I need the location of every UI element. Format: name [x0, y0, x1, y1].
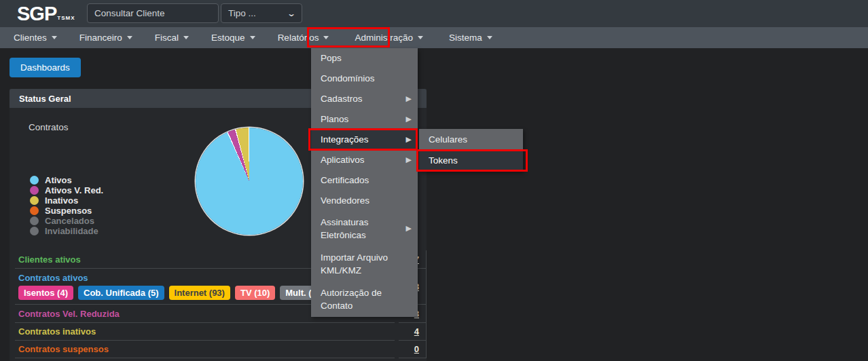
chevron-down-icon	[323, 36, 329, 39]
menu-item-label: Integrações	[321, 134, 369, 145]
status-row-value-cell: 4	[399, 323, 426, 341]
badge-internet-93[interactable]: Internet (93)	[169, 286, 230, 300]
legend-label: Suspensos	[45, 206, 92, 216]
legend-item-inviabilidade[interactable]: Inviabilidade	[30, 226, 103, 236]
chevron-down-icon	[418, 36, 423, 39]
dashboards-button[interactable]: Dashboards	[10, 58, 81, 77]
top-header-bar: SGP TSMX Tipo ... ⌄	[0, 0, 868, 27]
legend-label: Cancelados	[45, 216, 94, 226]
menu-item-celulares[interactable]: Celulares	[419, 129, 523, 150]
status-row-label-cell: Contratos inativos	[15, 323, 395, 341]
legend-label: Ativos	[45, 175, 72, 185]
legend-item-inativos[interactable]: Inativos	[30, 195, 103, 206]
contracts-pie-chart	[196, 128, 303, 235]
menu-item-label: Importar Arquivo KML/KMZ	[321, 252, 388, 276]
nav-item-label: Sistema	[449, 33, 482, 43]
logo-suffix: TSMX	[57, 15, 75, 21]
status-row-value-cell: 0	[399, 341, 426, 358]
menu-item-autorizacao-de-contato[interactable]: Autorização de Contato	[311, 282, 418, 317]
menu-item-vendedores[interactable]: Vendedores	[311, 191, 418, 211]
status-row-contratos-suspensos: Contratos suspensos0	[15, 341, 426, 358]
nav-item-label: Clientes	[14, 33, 47, 43]
menu-item-importar-arquivo-kml-kmz[interactable]: Importar Arquivo KML/KMZ	[311, 246, 418, 282]
legend-label: Inativos	[45, 195, 78, 206]
chevron-right-icon: ▶	[406, 149, 412, 170]
menu-item-label: Autorização de Contato	[321, 288, 382, 311]
chart-title: Contratos	[29, 122, 69, 132]
administracao-dropdown-menu: PopsCondomíniosCadastros▶Planos▶Integraç…	[311, 48, 418, 317]
menu-item-label: Celulares	[429, 134, 467, 145]
nav-item-estoque[interactable]: Estoque	[202, 27, 264, 48]
status-row-label: Contratos suspensos	[18, 344, 395, 354]
legend-color-dot	[30, 227, 39, 235]
status-row-label-cell: Contratos suspensos	[15, 341, 395, 358]
badge-cob-unificada-5[interactable]: Cob. Unificada (5)	[78, 286, 164, 300]
menu-item-label: Cadastros	[321, 94, 363, 104]
menu-item-assinaturas-eletronicas[interactable]: Assinaturas Eletrônicas▶	[311, 211, 418, 246]
menu-item-planos[interactable]: Planos▶	[311, 109, 418, 130]
menu-item-label: Tokens	[429, 155, 458, 166]
app-screen: SGP TSMX Tipo ... ⌄ ClientesFinanceiroFi…	[0, 0, 868, 361]
type-select[interactable]: Tipo ... ⌄	[221, 3, 302, 23]
legend-color-dot	[30, 196, 39, 205]
legend-item-ativos[interactable]: Ativos	[30, 175, 103, 185]
legend-color-dot	[30, 186, 39, 195]
legend-label: Ativos V. Red.	[45, 185, 103, 195]
nav-item-fiscal[interactable]: Fiscal	[146, 27, 198, 48]
menu-item-cadastros[interactable]: Cadastros▶	[311, 89, 418, 109]
panel-title: Status Geral	[19, 94, 71, 104]
menu-item-certificados[interactable]: Certificados	[311, 170, 418, 191]
chevron-down-icon	[183, 36, 189, 39]
nav-item-clientes[interactable]: Clientes	[5, 27, 66, 48]
legend-item-ativos-v-red[interactable]: Ativos V. Red.	[30, 185, 103, 195]
nav-item-label: Relatórios	[278, 33, 319, 43]
legend-color-dot	[30, 216, 39, 225]
nav-item-label: Administração	[355, 33, 413, 43]
status-row-contratos-inativos: Contratos inativos4	[15, 323, 426, 341]
menu-item-integracoes[interactable]: Integrações▶	[311, 130, 418, 150]
menu-item-tokens[interactable]: Tokens	[419, 150, 523, 171]
chevron-right-icon: ▶	[406, 88, 412, 109]
chevron-down-icon	[487, 36, 492, 39]
menu-item-condominios[interactable]: Condomínios	[311, 69, 418, 89]
legend-item-cancelados[interactable]: Cancelados	[30, 216, 103, 226]
search-input[interactable]	[87, 3, 219, 23]
chevron-down-icon	[250, 36, 255, 39]
nav-item-administracao[interactable]: Administração	[342, 27, 435, 48]
legend-label: Inviabilidade	[45, 226, 98, 236]
legend-color-dot	[30, 176, 39, 185]
chevron-right-icon: ▶	[406, 129, 412, 149]
menu-item-aplicativos[interactable]: Aplicativos▶	[311, 150, 418, 170]
legend-color-dot	[30, 206, 39, 215]
main-navbar: ClientesFinanceiroFiscalEstoqueRelatório…	[0, 27, 868, 48]
chevron-right-icon: ▶	[406, 109, 412, 129]
type-select-value: Tipo ...	[228, 8, 256, 18]
legend-item-suspensos[interactable]: Suspensos	[30, 206, 103, 216]
menu-item-label: Pops	[321, 53, 342, 63]
status-row-value-link[interactable]: 0	[414, 344, 419, 354]
menu-item-label: Aplicativos	[321, 155, 365, 165]
menu-item-label: Planos	[321, 114, 348, 124]
nav-item-financeiro[interactable]: Financeiro	[71, 27, 141, 48]
chevron-down-icon	[52, 36, 57, 39]
chevron-down-icon: ⌄	[287, 9, 296, 18]
integracoes-submenu: CelularesTokens	[419, 129, 523, 171]
nav-item-relatorios[interactable]: Relatórios	[269, 27, 338, 48]
badge-isentos-4[interactable]: Isentos (4)	[18, 286, 73, 300]
menu-item-label: Certificados	[321, 175, 369, 185]
nav-item-label: Financeiro	[79, 33, 122, 43]
menu-item-label: Vendedores	[321, 195, 369, 206]
logo-text: SGP	[17, 1, 56, 26]
badge-tv-10[interactable]: TV (10)	[235, 286, 275, 300]
menu-item-label: Assinaturas Eletrônicas	[321, 217, 369, 240]
status-row-value-link[interactable]: 4	[414, 326, 419, 337]
nav-item-label: Fiscal	[155, 33, 179, 43]
menu-item-label: Condomínios	[321, 73, 375, 83]
status-row-label: Contratos inativos	[18, 326, 395, 337]
app-logo[interactable]: SGP TSMX	[17, 1, 75, 26]
chevron-down-icon	[127, 36, 132, 39]
nav-item-sistema[interactable]: Sistema	[440, 27, 501, 48]
nav-item-label: Estoque	[211, 33, 245, 43]
pie-legend: AtivosAtivos V. Red.InativosSuspensosCan…	[30, 175, 103, 236]
menu-item-pops[interactable]: Pops	[311, 48, 418, 69]
